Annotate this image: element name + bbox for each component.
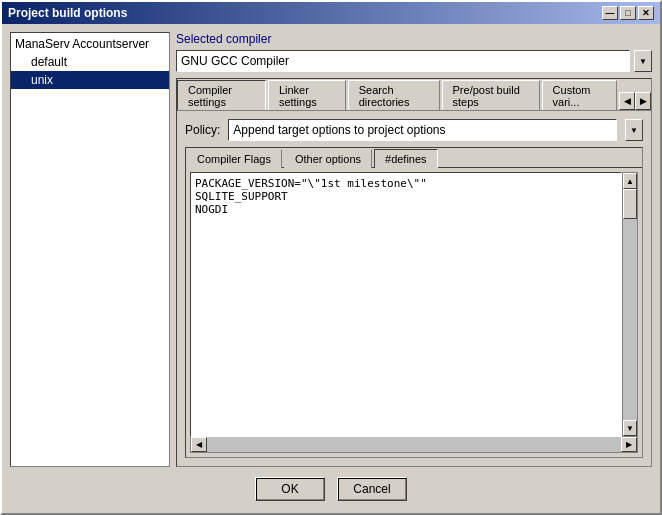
scroll-down-btn[interactable]: ▼: [623, 420, 637, 436]
defines-area-wrapper: ▲ ▼: [190, 172, 638, 437]
scroll-thumb-v[interactable]: [623, 189, 637, 219]
close-button[interactable]: ✕: [638, 6, 654, 20]
compiler-section-label: Selected compiler: [176, 32, 652, 46]
main-window: Project build options — □ ✕ ManaServ Acc…: [0, 0, 662, 515]
policy-dropdown-wrapper: Append target options to project options: [228, 119, 617, 141]
tree-child-unix-label: unix: [31, 73, 53, 87]
compiler-dropdown-row: GNU GCC Compiler ▼: [176, 50, 652, 72]
horizontal-scrollbar[interactable]: ◀ ▶: [190, 437, 638, 453]
scroll-right-btn[interactable]: ▶: [621, 437, 637, 452]
inner-tab-defines-content: ▲ ▼ ◀ ▶: [186, 168, 642, 457]
main-tab-bar: Compiler settings Linker settings Search…: [177, 79, 619, 110]
tree-child-default[interactable]: default: [11, 53, 169, 71]
vertical-scrollbar[interactable]: ▲ ▼: [622, 172, 638, 437]
tab-custom-var[interactable]: Custom vari...: [542, 80, 617, 110]
inner-tab-defines[interactable]: #defines: [374, 149, 438, 168]
policy-dropdown-arrow[interactable]: ▼: [625, 119, 643, 141]
bottom-bar: OK Cancel: [10, 473, 652, 505]
compiler-dropdown[interactable]: GNU GCC Compiler: [176, 50, 630, 72]
compiler-dropdown-wrapper: GNU GCC Compiler: [176, 50, 630, 72]
inner-tab-bar: Compiler Flags Other options #defines: [186, 148, 642, 168]
compiler-settings-content: Policy: Append target options to project…: [177, 111, 651, 466]
maximize-button[interactable]: □: [620, 6, 636, 20]
title-bar-buttons: — □ ✕: [602, 6, 654, 20]
tree-root-label: ManaServ Accountserver: [15, 37, 149, 51]
main-tab-bar-outer: Compiler settings Linker settings Search…: [177, 79, 651, 111]
minimize-button[interactable]: —: [602, 6, 618, 20]
defines-textarea[interactable]: [190, 172, 622, 437]
left-panel: ManaServ Accountserver default unix: [10, 32, 170, 467]
tree-root[interactable]: ManaServ Accountserver: [11, 33, 169, 53]
tab-nav-prev[interactable]: ◀: [619, 92, 635, 110]
cancel-button[interactable]: Cancel: [337, 477, 407, 501]
tab-compiler-settings[interactable]: Compiler settings: [177, 80, 266, 110]
policy-dropdown[interactable]: Append target options to project options: [228, 119, 617, 141]
main-tab-container: Compiler settings Linker settings Search…: [176, 78, 652, 467]
inner-tab-other-options[interactable]: Other options: [284, 149, 372, 168]
scroll-track-h: [207, 437, 621, 452]
scroll-track-v: [623, 189, 637, 420]
inner-tab-compiler-flags[interactable]: Compiler Flags: [186, 149, 282, 168]
ok-button[interactable]: OK: [255, 477, 325, 501]
tab-nav-next[interactable]: ▶: [635, 92, 651, 110]
tab-pre-post-build[interactable]: Pre/post build steps: [442, 80, 540, 110]
scroll-left-btn[interactable]: ◀: [191, 437, 207, 452]
inner-tab-container: Compiler Flags Other options #defines: [185, 147, 643, 458]
title-bar: Project build options — □ ✕: [2, 2, 660, 24]
compiler-section: Selected compiler GNU GCC Compiler ▼: [176, 32, 652, 72]
tree-child-default-label: default: [31, 55, 67, 69]
policy-row: Policy: Append target options to project…: [185, 119, 643, 141]
compiler-dropdown-arrow[interactable]: ▼: [634, 50, 652, 72]
right-panel: Selected compiler GNU GCC Compiler ▼ Com…: [176, 32, 652, 467]
tab-linker-settings[interactable]: Linker settings: [268, 80, 346, 110]
scroll-up-btn[interactable]: ▲: [623, 173, 637, 189]
window-body: ManaServ Accountserver default unix Sele…: [2, 24, 660, 513]
main-content: ManaServ Accountserver default unix Sele…: [10, 32, 652, 467]
tab-search-directories[interactable]: Search directories: [348, 80, 440, 110]
policy-label: Policy:: [185, 123, 220, 137]
tree-child-unix[interactable]: unix: [11, 71, 169, 89]
window-title: Project build options: [8, 6, 127, 20]
